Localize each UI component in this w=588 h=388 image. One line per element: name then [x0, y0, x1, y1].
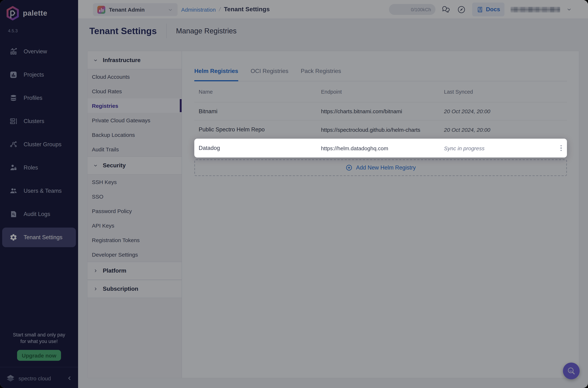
- column-header-last-synced: Last Synced: [444, 89, 541, 95]
- spectro-cloud-logo-icon: [6, 373, 15, 383]
- sidebar-item-overview[interactable]: Overview: [0, 40, 78, 63]
- user-lock-icon: [9, 164, 17, 172]
- nav-item-backup-locations[interactable]: Backup Locations: [88, 127, 181, 142]
- row-actions-kebab-icon[interactable]: [559, 144, 563, 153]
- section-infrastructure[interactable]: Infrastructure: [88, 51, 181, 69]
- topbar: Tenant Admin Administration / Tenant Set…: [78, 0, 588, 19]
- sidebar-item-label: Overview: [24, 48, 47, 55]
- network-nodes-icon: [9, 141, 17, 148]
- sidebar-item-tenant-settings[interactable]: Tenant Settings: [2, 228, 76, 247]
- upgrade-promo: Start small and only pay for what you us…: [0, 332, 78, 345]
- sidebar-item-label: Audit Logs: [24, 211, 50, 218]
- promo-line2: for what you use!: [0, 338, 78, 345]
- table-row-public-spectro-helm-repo[interactable]: Public Spectro Helm Repo https://spectro…: [194, 121, 567, 139]
- page-subtitle: Manage Registries: [176, 27, 237, 35]
- registry-tabs: Helm Registries OCI Registries Pack Regi…: [194, 68, 567, 81]
- brand-logo: palette: [6, 6, 47, 21]
- breadcrumb-separator: /: [219, 6, 221, 13]
- sidebar-item-label: Users & Teams: [24, 188, 62, 194]
- nav-item-ssh-keys[interactable]: SSH Keys: [88, 175, 181, 189]
- sidebar-nav: Overview Projects Profiles: [0, 40, 78, 249]
- nav-item-cloud-accounts[interactable]: Cloud Accounts: [88, 69, 181, 84]
- docs-button[interactable]: Docs: [472, 2, 505, 16]
- section-security[interactable]: Security: [88, 156, 181, 175]
- footer-brand-name: spectro cloud: [19, 375, 51, 381]
- document-search-icon: [9, 210, 17, 218]
- sidebar-item-label: Clusters: [24, 118, 44, 124]
- layers-database-icon: [9, 94, 17, 102]
- sidebar-footer-divider: [0, 367, 78, 367]
- servers-icon: [9, 117, 17, 125]
- sidebar-item-users-teams[interactable]: Users & Teams: [0, 179, 78, 202]
- tab-helm-registries[interactable]: Helm Registries: [194, 68, 238, 81]
- tenant-scope-icon: [97, 6, 105, 14]
- sidebar-item-label: Projects: [24, 72, 44, 78]
- sidebar-item-audit-logs[interactable]: Audit Logs: [0, 202, 78, 226]
- nav-item-cloud-rates[interactable]: Cloud Rates: [88, 84, 181, 98]
- nav-item-password-policy[interactable]: Password Policy: [88, 204, 181, 218]
- chevron-down-icon: [167, 7, 173, 13]
- sidebar-item-cluster-groups[interactable]: Cluster Groups: [0, 133, 78, 156]
- tab-pack-registries[interactable]: Pack Registries: [301, 68, 341, 81]
- sidebar-item-projects[interactable]: Projects: [0, 63, 78, 86]
- sidebar-item-profiles[interactable]: Profiles: [0, 86, 78, 110]
- table-row-datadog-highlighted[interactable]: Datadog https://helm.datadoghq.com Sync …: [194, 139, 567, 158]
- column-header-name: Name: [194, 89, 321, 95]
- app-version: 4.5.3: [8, 28, 18, 33]
- column-header-endpoint: Endpoint: [321, 89, 444, 95]
- sync-status: Sync in progress: [444, 145, 541, 151]
- plus-circle-icon: [345, 164, 353, 171]
- add-new-helm-registry-button[interactable]: Add New Helm Registry: [194, 159, 567, 176]
- palette-logo-icon: [6, 6, 20, 21]
- sidebar-item-label: Profiles: [24, 95, 42, 101]
- book-icon: [477, 6, 484, 13]
- registries-content: Helm Registries OCI Registries Pack Regi…: [182, 51, 579, 378]
- upgrade-now-button[interactable]: Upgrade now: [17, 350, 61, 361]
- chevron-right-icon: [93, 268, 98, 273]
- page-header: Tenant Settings Manage Registries: [89, 22, 237, 40]
- sidebar: palette 4.5.3 Overview Projects: [0, 0, 78, 388]
- sidebar-item-roles[interactable]: Roles: [0, 156, 78, 179]
- settings-nav-panel: Infrastructure Cloud Accounts Cloud Rate…: [88, 51, 182, 378]
- nav-item-sso[interactable]: SSO: [88, 189, 181, 204]
- projects-icon: [9, 71, 17, 79]
- collapse-sidebar-icon[interactable]: [66, 375, 73, 382]
- user-account-name-redacted[interactable]: [511, 7, 560, 12]
- breadcrumb-administration-link[interactable]: Administration: [181, 6, 216, 13]
- compass-explore-icon[interactable]: [457, 5, 466, 14]
- section-subscription[interactable]: Subscription: [88, 280, 181, 298]
- tenant-settings-card: Infrastructure Cloud Accounts Cloud Rate…: [87, 51, 579, 378]
- nav-item-registration-tokens[interactable]: Registration Tokens: [88, 233, 181, 247]
- search-fab-button[interactable]: [563, 363, 580, 379]
- project-scope-selector[interactable]: Tenant Admin: [93, 3, 178, 16]
- project-scope-label: Tenant Admin: [109, 6, 145, 13]
- chevron-down-icon: [93, 57, 98, 63]
- nav-item-api-keys[interactable]: API Keys: [88, 218, 181, 233]
- gear-icon: [9, 233, 17, 241]
- page-title: Tenant Settings: [89, 25, 157, 36]
- nav-item-developer-settings[interactable]: Developer Settings: [88, 247, 181, 262]
- sidebar-item-label: Roles: [24, 164, 38, 171]
- chat-feedback-icon[interactable]: [442, 5, 451, 14]
- chart-overview-icon: [9, 48, 17, 55]
- docs-label: Docs: [486, 6, 500, 13]
- nav-item-audit-trails[interactable]: Audit Trails: [88, 142, 181, 156]
- section-platform[interactable]: Platform: [88, 262, 181, 280]
- nav-item-private-cloud-gateways[interactable]: Private Cloud Gateways: [88, 113, 181, 127]
- promo-line1: Start small and only pay: [0, 332, 78, 338]
- usage-counter-value: 0/100kCh: [411, 7, 431, 12]
- table-row-bitnami[interactable]: Bitnami https://charts.bitnami.com/bitna…: [194, 102, 567, 121]
- title-divider: [166, 24, 167, 38]
- nav-item-registries[interactable]: Registries: [88, 98, 181, 113]
- chevron-down-icon: [93, 163, 98, 168]
- sidebar-item-label: Tenant Settings: [24, 234, 62, 241]
- sidebar-item-clusters[interactable]: Clusters: [0, 110, 78, 133]
- user-menu-chevron-down-icon[interactable]: [566, 6, 572, 12]
- table-header: Name Endpoint Last Synced: [194, 81, 567, 102]
- breadcrumb-current-page: Tenant Settings: [224, 6, 270, 13]
- users-icon: [9, 187, 17, 195]
- magnifier-smile-icon: [566, 366, 576, 376]
- chevron-right-icon: [93, 286, 98, 291]
- app-window: palette 4.5.3 Overview Projects: [0, 0, 588, 388]
- tab-oci-registries[interactable]: OCI Registries: [251, 68, 288, 81]
